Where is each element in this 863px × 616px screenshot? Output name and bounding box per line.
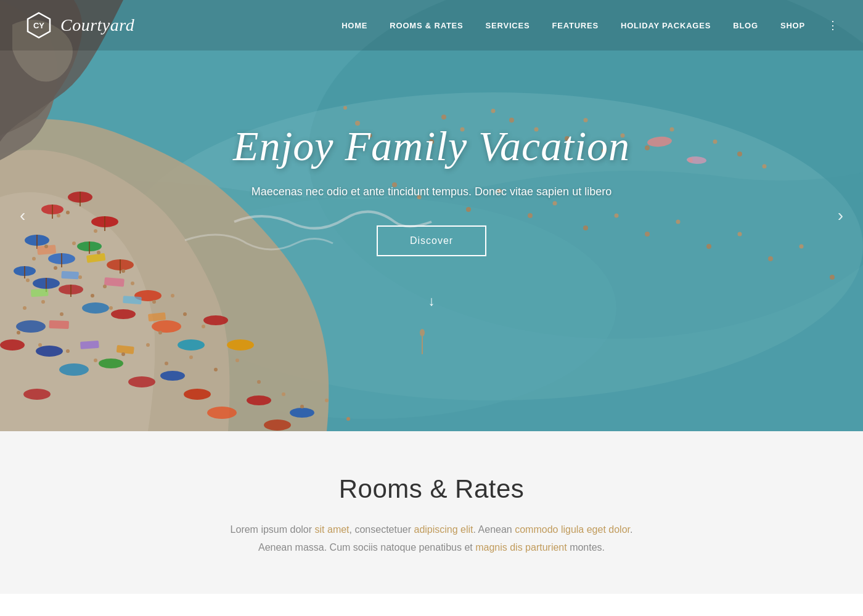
rooms-link-2[interactable]: adipiscing elit <box>414 524 473 535</box>
nav-holiday-packages[interactable]: HOLIDAY PACKAGES <box>621 21 711 30</box>
rooms-rates-section: Rooms & Rates Lorem ipsum dolor sit amet… <box>0 431 863 594</box>
logo[interactable]: CY Courtyard <box>25 11 134 39</box>
nav-home[interactable]: HOME <box>342 21 367 30</box>
hero-subtitle: Maecenas nec odio et ante tincidunt temp… <box>233 183 630 201</box>
nav-extra-icon[interactable]: ⋮ <box>827 19 838 31</box>
nav-blog[interactable]: BLOG <box>733 21 758 30</box>
rooms-link-1[interactable]: sit amet <box>315 524 350 535</box>
logo-hex-icon: CY <box>25 11 53 39</box>
rooms-link-4[interactable]: magnis dis parturient <box>475 542 567 553</box>
nav-links: HOME ROOMS & RATES SERVICES FEATURES HOL… <box>342 18 838 32</box>
nav-shop[interactable]: SHOP <box>780 21 805 30</box>
rooms-heading: Rooms & Rates <box>25 474 838 504</box>
hero-prev-button[interactable]: ‹ <box>15 201 30 230</box>
nav-features[interactable]: FEATURES <box>552 21 599 30</box>
nav-rooms-rates[interactable]: ROOMS & RATES <box>390 21 463 30</box>
svg-text:CY: CY <box>33 21 44 30</box>
rooms-link-3[interactable]: commodo ligula eget dolor <box>515 524 630 535</box>
hero-title: Enjoy Family Vacation <box>233 122 630 171</box>
main-nav: CY Courtyard HOME ROOMS & RATES SERVICES… <box>0 0 863 51</box>
rooms-body: Lorem ipsum dolor sit amet, consectetuer… <box>197 521 666 557</box>
nav-services[interactable]: SERVICES <box>486 21 530 30</box>
scroll-down-icon[interactable]: ↓ <box>233 293 630 309</box>
hero-section: ‹ › Enjoy Family Vacation Maecenas nec o… <box>0 0 863 431</box>
discover-button[interactable]: Discover <box>377 225 486 256</box>
hero-next-button[interactable]: › <box>833 201 848 230</box>
brand-name: Courtyard <box>60 15 134 35</box>
hero-content: Enjoy Family Vacation Maecenas nec odio … <box>221 122 642 309</box>
